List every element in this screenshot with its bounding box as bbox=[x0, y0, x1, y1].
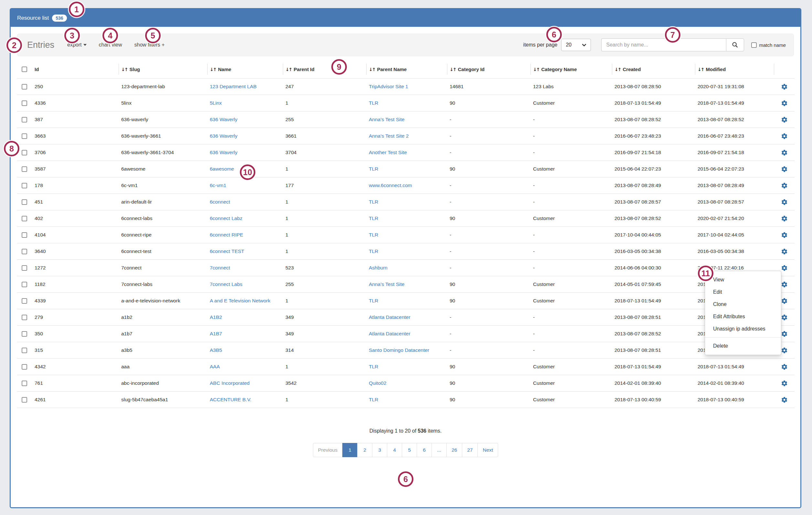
row-checkbox[interactable] bbox=[22, 364, 27, 370]
page-button-27[interactable]: 27 bbox=[462, 443, 478, 457]
row-checkbox[interactable] bbox=[22, 166, 27, 172]
row-checkbox[interactable] bbox=[22, 331, 27, 337]
page-button-3[interactable]: 3 bbox=[372, 443, 387, 457]
row-actions-button[interactable] bbox=[774, 243, 794, 260]
parent-name-link[interactable]: www.6connect.com bbox=[369, 183, 412, 188]
parent-name-link[interactable]: TLR bbox=[369, 248, 378, 254]
row-actions-button[interactable] bbox=[774, 392, 794, 408]
row-checkbox[interactable] bbox=[22, 265, 27, 271]
resource-name-link[interactable]: 636 Waverly bbox=[210, 117, 238, 122]
page-button-next[interactable]: Next bbox=[477, 443, 498, 457]
page-button-26[interactable]: 26 bbox=[446, 443, 462, 457]
row-checkbox[interactable] bbox=[22, 397, 27, 402]
page-button-6[interactable]: 6 bbox=[417, 443, 432, 457]
parent-name-link[interactable]: Anna's Test Site 2 bbox=[369, 133, 409, 139]
resource-name-link[interactable]: 6awesome bbox=[210, 166, 234, 172]
row-actions-button[interactable] bbox=[774, 128, 794, 144]
row-actions-button[interactable] bbox=[774, 95, 794, 112]
row-actions-button[interactable] bbox=[774, 227, 794, 243]
row-checkbox[interactable] bbox=[22, 347, 27, 353]
parent-name-link[interactable]: TLR bbox=[369, 199, 378, 205]
row-checkbox[interactable] bbox=[22, 298, 27, 304]
parent-name-link[interactable]: Anna's Test Site bbox=[369, 117, 404, 122]
row-actions-button[interactable] bbox=[774, 375, 794, 392]
resource-name-link[interactable]: A1B7 bbox=[210, 331, 222, 336]
resource-name-link[interactable]: 123 Department LAB bbox=[210, 84, 257, 89]
row-checkbox[interactable] bbox=[22, 199, 27, 205]
parent-name-link[interactable]: TLR bbox=[369, 166, 378, 172]
parent-name-link[interactable]: TLR bbox=[369, 100, 378, 105]
row-checkbox[interactable] bbox=[22, 282, 27, 287]
row-actions-button[interactable] bbox=[774, 112, 794, 128]
show-filters-button[interactable]: show filters + bbox=[135, 42, 165, 48]
parent-name-link[interactable]: Ashburn bbox=[369, 265, 387, 270]
resource-name-link[interactable]: 7connect bbox=[210, 265, 230, 270]
column-header-slug[interactable]: ↓↑Slug bbox=[119, 60, 207, 79]
match-name-checkbox[interactable] bbox=[751, 42, 757, 48]
row-checkbox[interactable] bbox=[22, 183, 27, 188]
row-checkbox[interactable] bbox=[22, 150, 27, 155]
column-header-modified[interactable]: ↓↑Modified bbox=[695, 60, 774, 79]
parent-name-link[interactable]: Atlanta Datacenter bbox=[369, 331, 410, 336]
parent-name-link[interactable]: TLR bbox=[369, 298, 378, 303]
row-checkbox[interactable] bbox=[22, 100, 27, 106]
resource-name-link[interactable]: 636 Waverly bbox=[210, 150, 238, 155]
page-button-5[interactable]: 5 bbox=[402, 443, 417, 457]
column-header-name[interactable]: ↓↑Name bbox=[207, 60, 283, 79]
resource-name-link[interactable]: A and E Television Network bbox=[210, 298, 270, 303]
resource-name-link[interactable]: 6connect TEST bbox=[210, 248, 244, 254]
resource-name-link[interactable]: A1B2 bbox=[210, 314, 222, 320]
resource-name-link[interactable]: 5Linx bbox=[210, 100, 222, 105]
column-header-category-id[interactable]: ↓↑Category Id bbox=[447, 60, 530, 79]
row-actions-button[interactable] bbox=[774, 359, 794, 375]
row-checkbox[interactable] bbox=[22, 232, 27, 238]
menu-item-edit-attributes[interactable]: Edit Attributes bbox=[705, 310, 781, 323]
page-button-[interactable]: ... bbox=[432, 443, 447, 457]
parent-name-link[interactable]: Another Test Site bbox=[369, 150, 407, 155]
menu-item-delete[interactable]: Delete bbox=[705, 340, 781, 352]
row-checkbox[interactable] bbox=[22, 249, 27, 254]
parent-name-link[interactable]: Atlanta Datacenter bbox=[369, 314, 410, 320]
column-header-parent-name[interactable]: ↓↑Parent Name bbox=[366, 60, 447, 79]
row-checkbox[interactable] bbox=[22, 381, 27, 386]
row-actions-button[interactable] bbox=[774, 144, 794, 161]
menu-item-unassign-ip-addresses[interactable]: Unassign ip addresses bbox=[705, 323, 781, 335]
column-header-category-name[interactable]: ↓↑Category Name bbox=[530, 60, 612, 79]
select-all-checkbox[interactable] bbox=[22, 66, 27, 72]
resource-name-link[interactable]: AAA bbox=[210, 364, 220, 369]
resource-name-link[interactable]: 6c-vm1 bbox=[210, 183, 226, 188]
row-checkbox[interactable] bbox=[22, 84, 27, 90]
row-checkbox[interactable] bbox=[22, 133, 27, 139]
page-button-previous[interactable]: Previous bbox=[313, 443, 343, 457]
page-button-1[interactable]: 1 bbox=[342, 443, 357, 457]
column-header-created[interactable]: ↓↑Created bbox=[612, 60, 695, 79]
parent-name-link[interactable]: TLR bbox=[369, 397, 378, 402]
column-header-parent-id[interactable]: ↓↑Parent Id bbox=[283, 60, 366, 79]
parent-name-link[interactable]: TripAdvisor Site 1 bbox=[369, 84, 408, 89]
resource-name-link[interactable]: ABC Incorporated bbox=[210, 380, 250, 386]
row-actions-button[interactable] bbox=[774, 194, 794, 210]
parent-name-link[interactable]: Santo Domingo Datacenter bbox=[369, 347, 429, 353]
row-checkbox[interactable] bbox=[22, 117, 27, 122]
menu-item-clone[interactable]: Clone bbox=[705, 298, 781, 310]
resource-name-link[interactable]: 636 Waverly bbox=[210, 133, 238, 139]
resource-name-link[interactable]: 6connect Labz bbox=[210, 215, 242, 221]
resource-name-link[interactable]: 6connect RIPE bbox=[210, 232, 243, 238]
resource-name-link[interactable]: 7connect Labs bbox=[210, 281, 242, 287]
page-button-2[interactable]: 2 bbox=[357, 443, 372, 457]
page-button-4[interactable]: 4 bbox=[387, 443, 402, 457]
parent-name-link[interactable]: Quito02 bbox=[369, 380, 386, 386]
search-button[interactable] bbox=[726, 38, 744, 51]
menu-item-edit[interactable]: Edit bbox=[705, 286, 781, 298]
parent-name-link[interactable]: TLR bbox=[369, 232, 378, 238]
search-input[interactable] bbox=[601, 38, 726, 51]
parent-name-link[interactable]: TLR bbox=[369, 364, 378, 369]
items-per-page-select[interactable]: 20 bbox=[561, 39, 591, 51]
resource-name-link[interactable]: ACCENTURE B.V. bbox=[210, 397, 252, 402]
row-actions-button[interactable] bbox=[774, 79, 794, 95]
parent-name-link[interactable]: Anna's Test Site bbox=[369, 281, 404, 287]
row-checkbox[interactable] bbox=[22, 216, 27, 221]
resource-name-link[interactable]: A3B5 bbox=[210, 347, 222, 353]
row-actions-button[interactable] bbox=[774, 210, 794, 227]
row-actions-button[interactable] bbox=[774, 177, 794, 194]
